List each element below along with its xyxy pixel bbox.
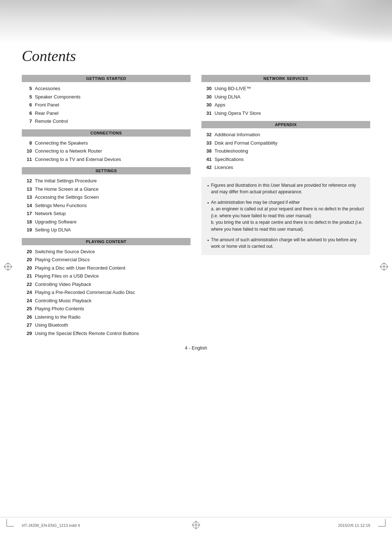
note-text-1: Figures and illustrations in this User M… — [211, 182, 364, 195]
bullet-icon-1: ▪ — [207, 182, 209, 189]
toc-entry: 5 Accessories — [22, 85, 191, 92]
right-column: NETWORK SERVICES 30 Using BD-LIVE™ 30 Us… — [201, 70, 370, 338]
playing-content-entries: 20 Switching the Source Device 20 Playin… — [22, 248, 191, 337]
toc-entry: 27 Using Bluetooth — [22, 322, 191, 329]
note-item-1: ▪ Figures and illustrations in this User… — [207, 182, 364, 195]
section-header-connections: CONNECTIONS — [22, 129, 191, 137]
toc-entry: 10 Connecting to a Network Router — [22, 148, 191, 155]
toc-entry: 22 Controlling Video Playback — [22, 281, 191, 288]
toc-entry: 38 Troubleshooting — [201, 148, 370, 155]
toc-entry: 24 Controlling Music Playback — [22, 297, 191, 304]
toc-entry: 20 Playing Commercial Discs — [22, 256, 191, 263]
bullet-icon-3: ▪ — [207, 237, 209, 244]
toc-entry: 41 Specifications — [201, 156, 370, 163]
section-header-appendix: APPENDIX — [201, 121, 370, 128]
toc-entry: 42 Licences — [201, 164, 370, 171]
page-number: 4 - English — [185, 345, 207, 351]
header-gradient — [0, 0, 392, 44]
footer-right: 2015/2/6 11:12:19 — [338, 523, 370, 528]
toc-entry: 17 Network Setup — [22, 210, 191, 217]
note-text-2: An administration fee may be charged if … — [211, 199, 364, 233]
footer-left: HT-J4200_EN-ENG_1213.indd 4 — [22, 523, 80, 528]
toc-entry: 25 Playing Photo Contents — [22, 305, 191, 312]
left-column: GETTING STARTED 5 Accessories 5 Speaker … — [22, 70, 191, 338]
settings-entries: 12 The Initial Settings Procedure 13 The… — [22, 177, 191, 234]
toc-entry: 8 Connecting the Speakers — [22, 140, 191, 147]
section-header-network-services: NETWORK SERVICES — [201, 75, 370, 82]
appendix-entries: 32 Additional Information 33 Disk and Fo… — [201, 131, 370, 171]
page-wrapper: Contents GETTING STARTED 5 Accessories 5… — [0, 0, 392, 533]
main-content: GETTING STARTED 5 Accessories 5 Speaker … — [0, 70, 392, 338]
toc-entry: 29 Using the Special Effects Remote Cont… — [22, 330, 191, 337]
note-item-3: ▪ The amount of such administration char… — [207, 237, 364, 250]
toc-entry: 5 Speaker Components — [22, 93, 191, 101]
connections-entries: 8 Connecting the Speakers 10 Connecting … — [22, 140, 191, 163]
toc-entry: 14 Settings Menu Functions — [22, 202, 191, 209]
toc-entry: 6 Front Panel — [22, 101, 191, 109]
section-header-playing-content: PLAYING CONTENT — [22, 238, 191, 245]
toc-entry: 33 Disk and Format Compatibility — [201, 140, 370, 147]
toc-entry: 6 Rear Panel — [22, 110, 191, 117]
page-number-area: 4 - English — [0, 345, 392, 351]
toc-entry: 18 Upgrading Software — [22, 218, 191, 226]
toc-entry: 24 Playing a Pre-Recorded Commercial Aud… — [22, 289, 191, 296]
toc-entry: 19 Setting Up DLNA — [22, 226, 191, 234]
section-header-settings: SETTINGS — [22, 167, 191, 174]
note-text-3: The amount of such administration charge… — [211, 237, 364, 250]
bullet-icon-2: ▪ — [207, 199, 209, 206]
note-item-2: ▪ An administration fee may be charged i… — [207, 199, 364, 233]
toc-entry: 21 Playing Files on a USB Device — [22, 272, 191, 280]
toc-entry: 11 Connecting to a TV and External Devic… — [22, 156, 191, 163]
toc-entry: 13 Accessing the Settings Screen — [22, 194, 191, 201]
network-services-entries: 30 Using BD-LIVE™ 30 Using DLNA 30 Apps … — [201, 85, 370, 117]
reg-mark-left — [4, 262, 12, 271]
toc-entry: 12 The Initial Settings Procedure — [22, 177, 191, 185]
section-header-getting-started: GETTING STARTED — [22, 75, 191, 82]
notes-box: ▪ Figures and illustrations in this User… — [201, 177, 370, 255]
toc-entry: 32 Additional Information — [201, 131, 370, 138]
toc-entry: 30 Using BD-LIVE™ — [201, 85, 370, 92]
toc-entry: 20 Switching the Source Device — [22, 248, 191, 255]
toc-entry: 30 Using DLNA — [201, 93, 370, 101]
toc-entry: 20 Playing a Disc with User Recorded Con… — [22, 265, 191, 272]
reg-mark-right — [380, 262, 388, 271]
getting-started-entries: 5 Accessories 5 Speaker Components 6 Fro… — [22, 85, 191, 125]
toc-entry: 31 Using Opera TV Store — [201, 110, 370, 117]
toc-entry: 26 Listening to the Radio — [22, 314, 191, 321]
page-title: Contents — [22, 47, 370, 65]
footer: HT-J4200_EN-ENG_1213.indd 4 2015/2/6 11:… — [0, 517, 392, 533]
toc-entry: 13 The Home Screen at a Glance — [22, 186, 191, 193]
toc-entry: 7 Remote Control — [22, 118, 191, 125]
title-area: Contents — [0, 44, 392, 65]
toc-entry: 30 Apps — [201, 101, 370, 109]
